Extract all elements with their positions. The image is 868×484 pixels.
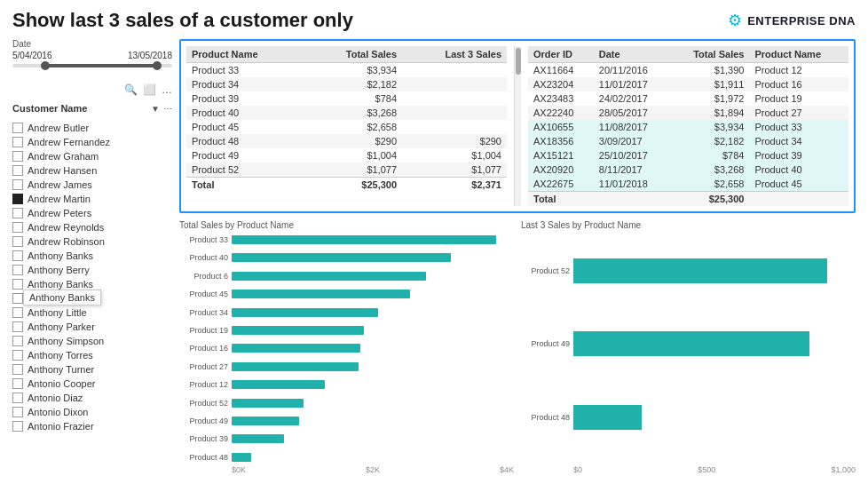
- customer-item[interactable]: Andrew Fernandez: [12, 135, 172, 149]
- last3-cell: [402, 91, 507, 106]
- customer-list[interactable]: Andrew ButlerAndrew FernandezAndrew Grah…: [12, 121, 172, 474]
- product-name-cell: Product 40: [186, 106, 306, 120]
- date-cell: 11/01/2018: [594, 177, 670, 192]
- customer-checkbox[interactable]: [12, 336, 23, 346]
- bar-container: [232, 253, 514, 262]
- bar-fill: [232, 362, 359, 371]
- right-bar-label: Product 52: [521, 266, 570, 275]
- total-sales-cell: $3,268: [306, 106, 402, 120]
- table-row: Product 39 $784: [186, 91, 507, 106]
- col-rt-product: Product Name: [749, 46, 848, 63]
- date-end: 13/05/2018: [128, 51, 172, 60]
- customer-item[interactable]: Andrew Peters: [12, 206, 172, 220]
- slider-thumb-right[interactable]: [153, 61, 162, 70]
- customer-checkbox[interactable]: [12, 194, 23, 204]
- slider-thumb-left[interactable]: [41, 61, 50, 70]
- customer-checkbox[interactable]: [12, 165, 23, 176]
- total-row: Total $25,300: [528, 192, 848, 207]
- right-x-axis: $0 $500 $1,000: [521, 465, 856, 474]
- customer-name: Andrew James: [28, 179, 92, 190]
- customer-checkbox[interactable]: [12, 236, 23, 247]
- customer-checkbox[interactable]: [12, 393, 23, 403]
- bar-container: [232, 417, 514, 425]
- customer-item[interactable]: Anthony Torres: [12, 348, 172, 362]
- main-content: Product Name Total Sales Last 3 Sales Pr…: [179, 39, 856, 474]
- customer-checkbox[interactable]: [12, 364, 23, 375]
- customer-checkbox[interactable]: [12, 151, 23, 162]
- scroll-thumb[interactable]: [516, 48, 521, 75]
- customer-checkbox[interactable]: [12, 179, 23, 190]
- customer-item[interactable]: Anthony Little: [12, 305, 172, 320]
- customer-item[interactable]: Anthony Turner: [12, 362, 172, 377]
- customer-name: Anthony Banks: [28, 279, 93, 290]
- product-name-cell: Product 49: [186, 148, 306, 163]
- customer-item[interactable]: Anthony Parker: [12, 320, 172, 334]
- more-icon[interactable]: …: [162, 83, 172, 96]
- customer-item[interactable]: Antonio Frazier: [12, 419, 172, 433]
- total-sales-cell: $2,182: [306, 77, 402, 91]
- filter-down-icon[interactable]: ▼: [151, 104, 160, 114]
- customer-checkbox[interactable]: [12, 265, 23, 275]
- scroll-indicator[interactable]: [514, 46, 521, 206]
- customer-item[interactable]: Andrew Reynolds: [12, 220, 172, 234]
- customer-checkbox[interactable]: [12, 378, 23, 389]
- customer-item[interactable]: Andrew Graham: [12, 149, 172, 163]
- bar-label: Product 40: [179, 253, 228, 262]
- customer-item[interactable]: Andrew Robinson: [12, 234, 172, 249]
- customer-checkbox[interactable]: [12, 321, 23, 332]
- customer-checkbox[interactable]: [12, 350, 23, 361]
- customer-name: Antonio Diaz: [28, 393, 83, 403]
- date-slider[interactable]: [12, 64, 172, 67]
- dots-icon[interactable]: ⋯: [163, 104, 172, 114]
- customer-item[interactable]: Antonio Diaz: [12, 391, 172, 405]
- customer-checkbox[interactable]: [12, 137, 23, 147]
- date-label: Date: [12, 39, 172, 49]
- bar-row: Product 6: [179, 270, 514, 282]
- search-icon[interactable]: 🔍: [124, 83, 138, 96]
- customer-checkbox[interactable]: [12, 421, 23, 432]
- order-id-cell: AX15121: [528, 148, 594, 163]
- table-row: Product 48 $290 $290: [186, 134, 507, 148]
- customer-checkbox[interactable]: [12, 123, 23, 133]
- customer-item[interactable]: Andrew Martin: [12, 192, 172, 206]
- customer-item[interactable]: Anthony Banks: [12, 249, 172, 263]
- customer-checkbox[interactable]: [12, 279, 23, 290]
- customer-checkbox[interactable]: [12, 293, 23, 304]
- bar-fill: [232, 344, 360, 353]
- total-sales-cell: $2,658: [670, 177, 749, 192]
- customer-checkbox[interactable]: [12, 250, 23, 261]
- customer-item[interactable]: Antonio Cooper: [12, 377, 172, 391]
- product-cell: Product 19: [749, 91, 848, 106]
- right-chart-section: Last 3 Sales by Product Name Product 52 …: [521, 220, 856, 474]
- customer-checkbox[interactable]: [12, 307, 23, 318]
- customer-item[interactable]: Anthony Simpson: [12, 334, 172, 348]
- customer-item[interactable]: Antonio Dixon: [12, 405, 172, 419]
- product-name-cell: Product 52: [186, 163, 306, 178]
- customer-icons: ▼ ⋯: [151, 104, 172, 114]
- customer-item[interactable]: Andrew Butler: [12, 121, 172, 135]
- last3-cell: [402, 106, 507, 120]
- customer-checkbox[interactable]: [12, 208, 23, 218]
- customer-checkbox[interactable]: [12, 407, 23, 417]
- total-sales-cell: $1,004: [306, 148, 402, 163]
- customer-item[interactable]: Anthony Berry: [12, 263, 172, 277]
- customer-item[interactable]: Andrew Hansen: [12, 163, 172, 178]
- bar-fill: [232, 235, 496, 244]
- bar-row: Product 12: [179, 378, 514, 391]
- bar-fill: [232, 253, 451, 262]
- customer-item[interactable]: Andrew James: [12, 178, 172, 192]
- right-bar-fill: [573, 258, 827, 283]
- customer-name: Andrew Reynolds: [28, 222, 104, 233]
- total-sales-cell: $3,268: [670, 163, 749, 177]
- eraser-icon[interactable]: ⬜: [143, 83, 156, 96]
- rt-total-sales: $25,300: [670, 192, 749, 207]
- left-bar-chart: Product 33 Product 40 Product 6 Product …: [179, 234, 514, 464]
- customer-item[interactable]: Anthony BanksAnthony Banks: [12, 277, 172, 291]
- empty-cell2: [749, 192, 848, 207]
- customer-checkbox[interactable]: [12, 222, 23, 233]
- table-row: AX15121 25/10/2017 $784 Product 39: [528, 148, 848, 163]
- date-section: Date 5/04/2016 13/05/2018: [12, 39, 172, 75]
- product-cell: Product 39: [749, 148, 848, 163]
- date-cell: 8/11/2017: [594, 163, 670, 177]
- bar-container: [232, 272, 514, 281]
